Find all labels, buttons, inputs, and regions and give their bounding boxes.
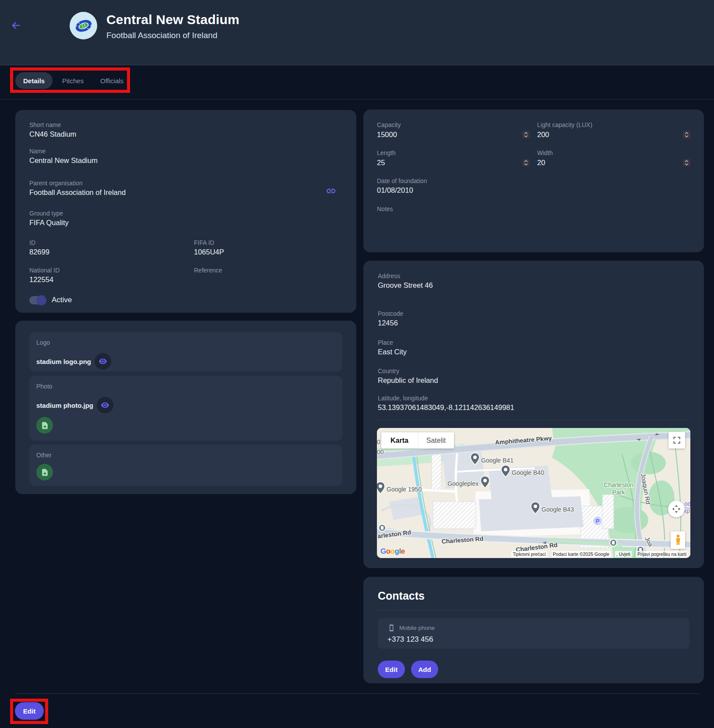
map-data-copyright: Podaci karte ©2025 Google xyxy=(552,551,611,557)
other-add-button[interactable] xyxy=(36,464,53,481)
width-value[interactable]: 20 xyxy=(537,159,683,167)
id-value: 82699 xyxy=(29,248,194,256)
light-capacity-label: Light capacity (LUX) xyxy=(537,122,690,128)
back-button[interactable] xyxy=(10,19,22,32)
map-pegman-button[interactable] xyxy=(671,531,685,549)
eye-icon xyxy=(98,357,107,366)
active-toggle[interactable] xyxy=(29,296,46,304)
national-id-label: National ID xyxy=(29,267,194,273)
map-shortcuts-link[interactable]: Tipkovni prečaci xyxy=(511,551,547,557)
mobile-phone-icon xyxy=(387,624,395,632)
pegman-icon xyxy=(674,534,682,546)
dimensions-card: Capacity 15000 Light capacity (LUX) 200 … xyxy=(363,110,704,252)
notes-label: Notes xyxy=(377,206,690,212)
place-label: Place xyxy=(378,339,690,346)
contacts-divider xyxy=(378,610,689,610)
ground-type-label: Ground type xyxy=(29,210,342,216)
contacts-add-button[interactable]: Add xyxy=(411,661,438,678)
name-label: Name xyxy=(29,148,342,154)
contacts-title: Contacts xyxy=(378,590,689,602)
light-capacity-stepper[interactable] xyxy=(683,131,690,138)
page-subtitle: Football Association of Ireland xyxy=(106,31,218,40)
short-name-label: Short name xyxy=(29,122,342,128)
google-logo[interactable]: Google xyxy=(380,547,405,556)
foundation-value: 01/08/2010 xyxy=(377,187,690,194)
stadium-info-card: Short name CN46 Stadium Name Central New… xyxy=(15,110,356,313)
map-label-b43: Google B43 xyxy=(542,506,574,513)
map-label-frag1: od xyxy=(684,500,690,507)
map-type-map-button[interactable]: Karta xyxy=(381,432,418,449)
address-card: Address Groove Street 46 Postcode 12456 … xyxy=(363,261,704,568)
capacity-stepper[interactable] xyxy=(522,131,530,138)
logo-file-name: stadium logo.png xyxy=(36,358,91,365)
map-fullscreen-button[interactable] xyxy=(668,432,685,449)
map-attribution: Tipkovni prečaci Podaci karte ©2025 Goog… xyxy=(511,551,688,557)
toggle-knob xyxy=(36,295,46,305)
map-report-link[interactable]: Prijavi pogrešku na karti xyxy=(636,551,688,557)
phone-tile: Mobile phone +373 123 456 xyxy=(378,618,689,649)
national-id-value: 122554 xyxy=(29,276,194,283)
annotation-box-tabs xyxy=(10,67,130,93)
capacity-value[interactable]: 15000 xyxy=(377,131,522,139)
map-label-googleplex: Googleplex xyxy=(447,480,478,487)
annotation-box-edit xyxy=(10,699,48,724)
mobile-phone-value: +373 123 456 xyxy=(387,635,680,644)
tab-bar: Details Pitches Officials xyxy=(0,66,714,99)
id-label: ID xyxy=(29,240,194,246)
footer-divider xyxy=(15,693,699,694)
photo-label: Photo xyxy=(36,383,335,389)
reference-label: Reference xyxy=(194,267,342,273)
other-label: Other xyxy=(36,452,335,458)
width-stepper[interactable] xyxy=(683,159,690,166)
foundation-label: Date of foundation xyxy=(377,178,690,184)
photo-file-name: stadium photo.jpg xyxy=(36,402,93,409)
address-value: Groove Street 46 xyxy=(378,282,690,289)
contacts-edit-button[interactable]: Edit xyxy=(378,661,405,678)
fullscreen-icon xyxy=(673,436,681,444)
mobile-phone-label: Mobile phone xyxy=(399,625,435,631)
parent-org-label: Parent organisation xyxy=(29,180,342,186)
google-map[interactable]: Amphitheatre Pkwy Joaquin Rd Joa arlesto… xyxy=(377,428,690,558)
logo-tile: Logo stadium logo.png xyxy=(29,332,342,371)
pan-icon xyxy=(672,504,681,514)
address-label: Address xyxy=(378,273,690,279)
header: Central New Stadium Football Association… xyxy=(0,0,714,65)
arrow-left-icon xyxy=(10,19,22,32)
name-value: Central New Stadium xyxy=(29,157,342,164)
stadium-icon xyxy=(74,16,93,35)
capacity-label: Capacity xyxy=(377,122,537,128)
map-label-b41: Google B41 xyxy=(481,457,514,464)
logo-preview-button[interactable] xyxy=(95,353,111,370)
logo-label: Logo xyxy=(36,339,335,346)
width-label: Width xyxy=(537,150,690,156)
length-label: Length xyxy=(377,150,537,156)
photo-tile: Photo stadium photo.jpg xyxy=(29,376,342,441)
parent-org-value: Football Association of Ireland xyxy=(29,189,342,196)
files-card: Logo stadium logo.png Photo stadium phot… xyxy=(15,321,356,494)
photo-add-button[interactable] xyxy=(36,417,53,434)
map-type-control: Karta Satelit xyxy=(381,432,454,449)
postcode-value: 12456 xyxy=(378,319,690,327)
country-label: Country xyxy=(378,368,690,374)
ground-type-value: FIFA Quality xyxy=(29,219,342,226)
stadium-logo-avatar xyxy=(70,12,97,39)
reference-value xyxy=(194,276,342,283)
map-label-b40: Google B40 xyxy=(512,469,544,476)
notes-value xyxy=(377,215,690,222)
map-pan-control[interactable] xyxy=(668,501,685,517)
length-value[interactable]: 25 xyxy=(377,159,522,167)
photo-preview-button[interactable] xyxy=(97,397,113,413)
active-label: Active xyxy=(52,296,72,304)
map-label-g1950: Google 1950 xyxy=(387,486,422,493)
add-file-icon xyxy=(41,468,49,477)
map-terms-link[interactable]: , Uvjeti xyxy=(615,551,632,557)
map-divider xyxy=(378,420,690,420)
fifa-id-value: 1065U4P xyxy=(194,248,342,256)
light-capacity-value[interactable]: 200 xyxy=(537,131,683,139)
map-type-satellite-button[interactable]: Satelit xyxy=(418,432,454,449)
link-icon[interactable] xyxy=(326,186,336,196)
map-label-cut2: 00 xyxy=(377,449,384,456)
eye-icon xyxy=(101,401,109,410)
length-stepper[interactable] xyxy=(522,159,530,166)
other-tile: Other xyxy=(29,445,342,486)
